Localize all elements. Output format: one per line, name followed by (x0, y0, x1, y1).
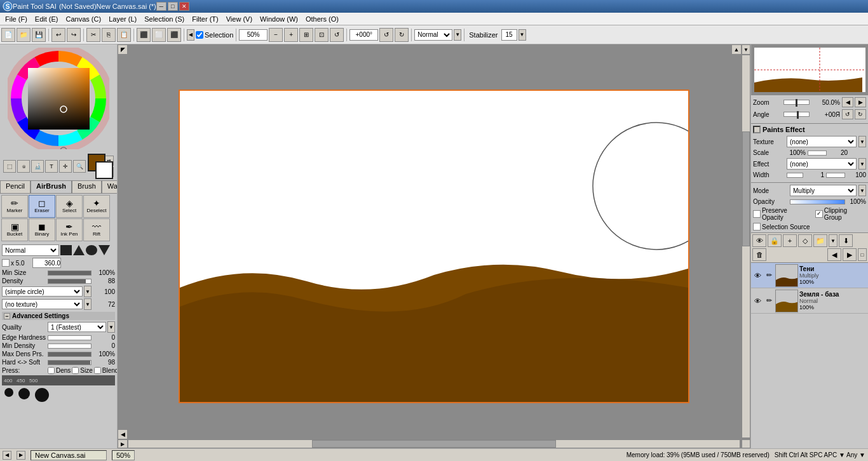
max-dens-bar[interactable] (48, 352, 92, 357)
menu-others[interactable]: Others (O) (302, 14, 342, 24)
artwork-svg[interactable] (180, 91, 688, 402)
layer-btn-2[interactable]: 🔒 (768, 234, 782, 247)
mini-canvas[interactable] (751, 44, 868, 95)
tool-rift[interactable]: 〰 Rift (83, 218, 110, 241)
scroll-left[interactable]: ◀ (118, 429, 128, 439)
shape-arrow[interactable]: ▼ (84, 286, 92, 297)
tool-select[interactable]: ◈ Select (56, 195, 83, 218)
scroll-corner-bl[interactable]: ▶ (118, 439, 128, 448)
vscroll-thumb[interactable] (742, 131, 750, 246)
hscroll-thumb[interactable] (312, 440, 557, 448)
pe-effect-arrow[interactable]: ▼ (858, 158, 866, 170)
layer-lock-0[interactable]: ✏ (764, 271, 774, 281)
color-wheel[interactable] (8, 48, 109, 149)
tool-bucket[interactable]: ▣ Bucket (1, 218, 28, 241)
menu-view[interactable]: View (V) (222, 14, 256, 24)
tool-binary[interactable]: ◼ Binary (29, 218, 55, 241)
zoom-inc[interactable]: ▶ (855, 97, 866, 107)
shape-btn-1[interactable] (60, 245, 72, 255)
layer-item-0[interactable]: 👁 ✏ Тени Multiply 100% (751, 263, 868, 288)
menu-selection[interactable]: Selection (S) (140, 14, 188, 24)
new-button[interactable]: 📄 (1, 28, 15, 42)
size-check-cb[interactable] (72, 367, 79, 374)
quality-dropdown[interactable]: 1 (Fastest) (48, 322, 106, 332)
offset-input[interactable] (349, 29, 378, 41)
opacity-bar[interactable] (790, 199, 845, 204)
menu-canvas[interactable]: Canvas (C) (62, 14, 105, 24)
layer-btn-1[interactable]: 👁 (752, 234, 766, 247)
paints-effect-toggle[interactable] (753, 126, 761, 133)
color-square-dark[interactable] (28, 68, 90, 130)
brush-mode-dropdown[interactable]: Normal (2, 244, 59, 256)
density-bar[interactable] (48, 279, 92, 284)
layer-lock-1[interactable]: ✏ (764, 296, 774, 306)
angle-slider[interactable] (783, 112, 810, 117)
corner-tl[interactable]: ◤ (118, 44, 128, 55)
layer-btn-new-raster[interactable]: + (783, 234, 797, 247)
advanced-toggle[interactable]: − (4, 313, 10, 319)
shape-btn-2[interactable] (73, 245, 85, 255)
pe-scale-slider[interactable] (808, 150, 827, 156)
dens-checkbox[interactable] (48, 367, 55, 374)
text-tool[interactable]: T (45, 160, 58, 173)
menu-layer[interactable]: Layer (L) (105, 14, 140, 24)
layer-eye-0[interactable]: 👁 (752, 271, 763, 281)
pe-effect-dropdown[interactable]: (none) (787, 158, 857, 170)
zoom-tool[interactable]: 🔍 (73, 160, 86, 173)
zoom-100[interactable]: ⊡ (315, 28, 329, 42)
selection-checkbox[interactable] (196, 31, 203, 39)
minimize-button[interactable]: ─ (156, 2, 166, 11)
size-dot-2[interactable] (18, 388, 30, 399)
sel-source-checkbox[interactable] (753, 223, 761, 230)
tab-brush[interactable]: Brush (72, 180, 102, 193)
tab-airbrush[interactable]: AirBrush (31, 180, 72, 193)
select-tool[interactable]: ⬚ (3, 160, 16, 173)
hscroll-track[interactable] (128, 439, 740, 448)
zoom-out[interactable]: − (269, 28, 283, 42)
layer-btn-6[interactable]: ▼ (829, 234, 837, 247)
tb-btn6[interactable]: ⬜ (152, 28, 166, 42)
layer-mode-arrow[interactable]: ▼ (858, 185, 866, 196)
layer-item-1[interactable]: 👁 ✏ Земля - база Normal 100% (751, 288, 868, 314)
layer-btn-delete[interactable]: 🗑 (752, 248, 766, 261)
tool-inkpen[interactable]: ✒ Ink Pen (56, 218, 83, 241)
clipping-checkbox[interactable] (815, 210, 823, 218)
canvas-content[interactable] (180, 91, 688, 402)
eyedrop-tool[interactable]: 🔬 (31, 160, 44, 173)
scroll-top[interactable]: ▲ (731, 44, 742, 55)
color-wheel-container[interactable] (8, 48, 109, 149)
pe-width-slider2[interactable] (826, 173, 845, 178)
size-dot-1[interactable] (4, 388, 13, 397)
normal-dropdown[interactable]: Normal (414, 29, 452, 41)
undo-button[interactable]: ↩ (51, 28, 65, 42)
zoom-slider[interactable] (783, 100, 810, 105)
background-color[interactable] (95, 161, 113, 179)
zoom-reset[interactable]: ↺ (330, 28, 344, 42)
angle-inc[interactable]: ↻ (855, 109, 866, 119)
layer-btn-move-dn[interactable]: ▶ (843, 248, 857, 261)
lasso-tool[interactable]: ⍟ (17, 160, 30, 173)
size-input[interactable] (32, 258, 61, 268)
layer-mode-dropdown[interactable]: Multiply Normal (790, 185, 857, 196)
pe-texture-dropdown[interactable]: (none) (787, 136, 857, 147)
texture-arrow[interactable]: ▼ (84, 298, 92, 310)
rotate-ccw[interactable]: ↺ (379, 28, 393, 42)
size-dot-3[interactable] (35, 388, 49, 402)
maximize-button[interactable]: □ (168, 2, 178, 11)
zoom-in[interactable]: + (284, 28, 298, 42)
tb-btn7[interactable]: ⬛ (167, 28, 181, 42)
blend-checkbox[interactable] (94, 367, 101, 374)
layer-btn-merge-down[interactable]: ⬇ (839, 234, 853, 247)
layer-btn-move-up[interactable]: ◀ (827, 248, 841, 261)
tab-pencil[interactable]: Pencil (0, 180, 31, 193)
edge-hard-bar[interactable] (48, 335, 92, 340)
menu-file[interactable]: File (F) (1, 14, 31, 24)
zoom-fit[interactable]: ⊞ (299, 28, 313, 42)
layer-btn-new-vector[interactable]: ◇ (798, 234, 812, 247)
layer-btn-folder[interactable]: 📁 (813, 234, 827, 247)
menu-filter[interactable]: Filter (T) (188, 14, 222, 24)
normal-arrow[interactable]: ▼ (454, 29, 461, 41)
tool-eraser[interactable]: ◻ Eraser (29, 195, 55, 218)
pe-texture-arrow[interactable]: ▼ (858, 136, 866, 147)
tool-marker[interactable]: ✏ Marker (1, 195, 28, 218)
